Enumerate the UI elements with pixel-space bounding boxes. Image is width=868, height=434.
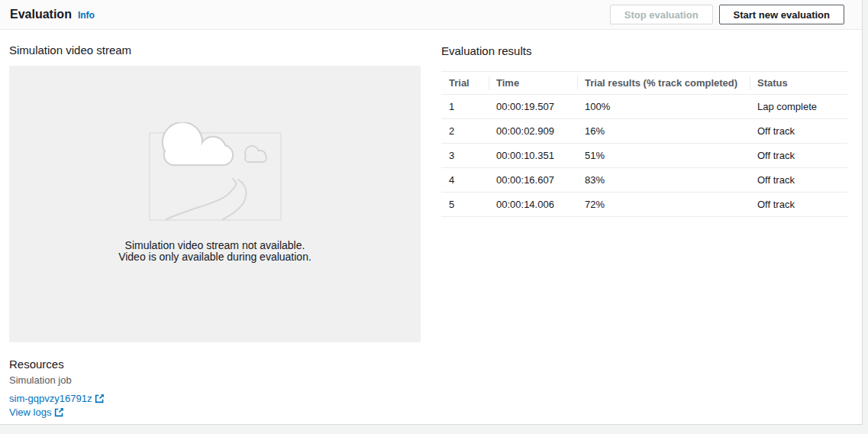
table-cell: 00:00:19.507	[489, 95, 577, 119]
simulation-job-label: Simulation job	[9, 374, 105, 386]
table-cell: 00:00:10.351	[489, 144, 577, 168]
table-cell: 3	[441, 144, 489, 168]
info-link[interactable]: Info	[78, 10, 95, 21]
view-logs-link[interactable]: View logs	[9, 406, 105, 418]
results-table-body: 100:00:19.507100%Lap complete200:00:02.9…	[441, 95, 847, 217]
video-unavailable-line1: Simulation video stream not available.	[9, 240, 421, 251]
table-row: 300:00:10.35151%Off track	[441, 144, 847, 168]
table-cell: 4	[441, 168, 489, 193]
table-row: 400:00:16.60783%Off track	[441, 168, 847, 193]
title-wrap: Evaluation Info	[10, 8, 610, 21]
table-cell: Off track	[750, 119, 847, 144]
start-new-evaluation-button[interactable]: Start new evaluation	[719, 5, 844, 24]
table-cell: 00:00:16.607	[489, 168, 577, 193]
no-video-illustration-icon	[149, 122, 286, 225]
resources-section: Resources Simulation job sim-gqpvzy16791…	[9, 358, 105, 418]
resources-heading: Resources	[9, 358, 105, 371]
table-cell: Off track	[750, 168, 847, 193]
video-stream-heading: Simulation video stream	[9, 44, 131, 57]
table-row: 500:00:14.00672%Off track	[441, 193, 847, 217]
video-stream-panel: Simulation video stream not available. V…	[9, 66, 421, 342]
page-title: Evaluation	[10, 8, 72, 21]
column-header-trial-results: Trial results (% track completed)	[577, 72, 750, 95]
simulation-job-link[interactable]: sim-gqpvzy16791z	[9, 393, 105, 404]
video-unavailable-line2: Video is only available during evaluatio…	[9, 251, 421, 263]
evaluation-card: Evaluation Info Stop evaluation Start ne…	[0, 0, 863, 425]
table-cell: 16%	[577, 119, 750, 144]
table-cell: 00:00:14.006	[489, 193, 577, 217]
table-header-row: Trial Time Trial results (% track comple…	[441, 72, 847, 95]
table-row: 200:00:02.90916%Off track	[441, 119, 847, 144]
view-logs-link-text: View logs	[9, 406, 51, 418]
external-link-icon	[95, 394, 105, 403]
video-unavailable-message: Simulation video stream not available. V…	[9, 240, 421, 263]
evaluation-results-heading: Evaluation results	[441, 44, 531, 57]
table-cell: 00:00:02.909	[489, 119, 577, 144]
stop-evaluation-button[interactable]: Stop evaluation	[610, 5, 713, 24]
column-header-time: Time	[489, 72, 577, 95]
card-header: Evaluation Info Stop evaluation Start ne…	[0, 0, 862, 30]
table-row: 100:00:19.507100%Lap complete	[441, 95, 847, 119]
table-cell: Lap complete	[750, 95, 847, 119]
table-cell: 72%	[577, 193, 750, 217]
table-cell: Off track	[750, 193, 847, 217]
external-link-icon	[54, 407, 64, 417]
table-cell: Off track	[750, 144, 847, 168]
table-cell: 2	[441, 119, 489, 144]
column-header-status: Status	[750, 72, 847, 95]
table-cell: 51%	[577, 144, 750, 168]
table-cell: 100%	[577, 95, 750, 119]
evaluation-results-table: Trial Time Trial results (% track comple…	[441, 71, 847, 217]
table-cell: 1	[441, 95, 489, 119]
table-cell: 5	[441, 193, 489, 217]
simulation-job-link-text: sim-gqpvzy16791z	[9, 393, 92, 404]
table-cell: 83%	[577, 168, 750, 193]
column-header-trial: Trial	[441, 72, 489, 95]
